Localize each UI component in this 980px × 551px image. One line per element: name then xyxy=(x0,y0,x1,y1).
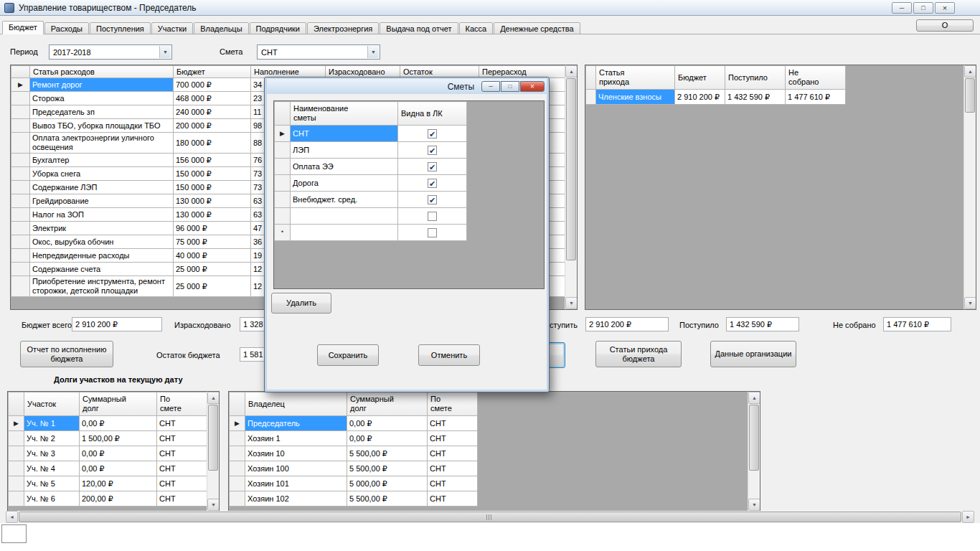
chevron-down-icon[interactable]: ▼ xyxy=(367,46,379,58)
cell-budget[interactable]: 130 000 ₽ xyxy=(174,194,251,208)
scroll-down-button[interactable]: ▼ xyxy=(565,297,578,309)
horizontal-scrollbar[interactable]: ◄ ► xyxy=(6,511,974,523)
col-header-income-item[interactable]: Статья прихода xyxy=(596,66,675,90)
tab[interactable]: Участки xyxy=(151,22,193,34)
cell-smeta[interactable]: СНТ xyxy=(428,416,478,431)
scroll-down-button[interactable]: ▼ xyxy=(964,297,976,309)
cell-smeta-name[interactable] xyxy=(291,225,398,241)
organization-data-button[interactable]: Данные организации xyxy=(710,341,796,367)
cell-smeta-name[interactable]: ЛЭП xyxy=(291,142,398,159)
cell-smeta[interactable]: СНТ xyxy=(157,461,209,476)
cell-smeta[interactable]: СНТ xyxy=(157,476,209,491)
tab[interactable]: Владельцы xyxy=(194,22,248,34)
col-header-visible-in-lk[interactable]: Видна в ЛК xyxy=(398,102,467,126)
smeta-row[interactable]: Внебюджет. сред. ✔ xyxy=(275,192,467,208)
owner-debt-row[interactable]: Хозяин 10 5 500,00 ₽ СНТ xyxy=(230,446,478,461)
col-header-fill[interactable]: Наполнение xyxy=(251,66,326,78)
cell-debt[interactable]: 5 500,00 ₽ xyxy=(347,446,428,461)
income-items-button[interactable]: Статьи прихода бюджета xyxy=(595,341,682,367)
col-header-overspend[interactable]: Перерасход xyxy=(479,66,567,78)
cell-budget[interactable]: 150 000 ₽ xyxy=(174,181,251,194)
row-header[interactable] xyxy=(275,208,291,225)
cell-expense-name[interactable]: Окос, вырубка обочин xyxy=(30,235,174,249)
row-header[interactable] xyxy=(9,461,24,476)
cell-debt[interactable]: 0,00 ₽ xyxy=(80,461,157,476)
visible-checkbox[interactable] xyxy=(428,228,437,237)
grid-corner[interactable] xyxy=(586,66,596,90)
budget-total-field[interactable]: 2 910 200 ₽ xyxy=(72,317,162,331)
row-header[interactable] xyxy=(11,263,30,276)
row-header[interactable] xyxy=(275,142,291,159)
plot-debt-row[interactable]: ▶ Уч. № 1 0,00 ₽ СНТ xyxy=(9,416,209,431)
smeta-row[interactable]: Дорога ✔ xyxy=(275,175,467,192)
cell-smeta[interactable]: СНТ xyxy=(157,446,209,461)
visible-checkbox[interactable]: ✔ xyxy=(428,129,437,138)
tab[interactable]: Денежные средства xyxy=(494,22,580,34)
row-header[interactable] xyxy=(11,249,30,263)
plot-debt-row[interactable]: Уч. № 3 0,00 ₽ СНТ xyxy=(9,446,209,461)
row-header[interactable] xyxy=(11,181,30,194)
save-button[interactable]: Сохранить xyxy=(317,344,379,366)
row-header[interactable] xyxy=(11,154,30,167)
scroll-right-button[interactable]: ► xyxy=(962,511,974,523)
cell-debt[interactable]: 5 000,00 ₽ xyxy=(347,476,428,491)
scroll-down-button[interactable]: ▼ xyxy=(748,499,760,511)
cell-debt[interactable]: 5 500,00 ₽ xyxy=(347,461,428,476)
scroll-thumb[interactable] xyxy=(965,78,975,113)
row-header[interactable] xyxy=(586,90,596,105)
row-header[interactable] xyxy=(11,208,30,222)
tab[interactable]: Поступления xyxy=(90,22,151,34)
row-header[interactable] xyxy=(275,159,291,175)
row-header[interactable] xyxy=(11,276,30,297)
tab[interactable]: Бюджет xyxy=(2,21,44,34)
col-header-budget[interactable]: Бюджет xyxy=(174,66,251,78)
row-header[interactable] xyxy=(11,194,30,208)
col-header-smeta-name[interactable]: Наименование сметы xyxy=(291,102,398,126)
cell-budget[interactable]: 130 000 ₽ xyxy=(174,208,251,222)
cell-owner-name[interactable]: Хозяин 10 xyxy=(245,446,347,461)
row-header[interactable] xyxy=(11,235,30,249)
smeta-select[interactable]: СНТ ▼ xyxy=(257,44,380,60)
grid-corner[interactable] xyxy=(230,392,245,416)
plot-debt-row[interactable]: Уч. № 2 1 500,00 ₽ СНТ xyxy=(9,431,209,446)
scroll-thumb[interactable] xyxy=(208,405,218,471)
cell-budget[interactable]: 25 000 ₽ xyxy=(174,263,251,276)
col-header-by-smeta[interactable]: По смете xyxy=(157,392,209,416)
col-header-expense-item[interactable]: Статья расходов xyxy=(30,66,174,78)
scroll-up-button[interactable]: ▲ xyxy=(964,65,976,77)
row-header[interactable] xyxy=(11,105,30,119)
cell-budget[interactable]: 96 000 ₽ xyxy=(174,222,251,235)
cell-debt[interactable]: 120,00 ₽ xyxy=(80,476,157,491)
cell-expense-name[interactable]: Уборка снега xyxy=(30,167,174,181)
col-header-owner[interactable]: Владелец xyxy=(245,392,347,416)
grid-corner[interactable] xyxy=(275,102,291,126)
cell-expense-name[interactable]: Бухгалтер xyxy=(30,154,174,167)
close-button[interactable]: × xyxy=(935,2,955,14)
row-header[interactable] xyxy=(275,175,291,192)
cell-debt[interactable]: 0,00 ₽ xyxy=(347,431,428,446)
cell-expense-name[interactable]: Оплата электроэнергии уличного освещения xyxy=(30,133,174,154)
cell-expense-name[interactable]: Ремонт дорог xyxy=(30,78,174,92)
scroll-thumb[interactable] xyxy=(566,78,576,260)
grid-corner[interactable] xyxy=(11,66,30,78)
cell-plot-name[interactable]: Уч. № 1 xyxy=(24,416,80,431)
cell-smeta-name[interactable]: Внебюджет. сред. xyxy=(291,192,398,208)
received-field[interactable]: 1 432 590 ₽ xyxy=(726,317,799,331)
col-header-rest[interactable]: Остаток xyxy=(400,66,479,78)
dialog-close-button[interactable]: × xyxy=(520,81,545,92)
cell-smeta-name[interactable]: Оплата ЭЭ xyxy=(291,159,398,175)
cell-plot-name[interactable]: Уч. № 3 xyxy=(24,446,80,461)
cell-smeta[interactable]: СНТ xyxy=(428,431,478,446)
cell-budget[interactable]: 180 000 ₽ xyxy=(174,133,251,154)
smeta-row[interactable]: ▶ СНТ ✔ xyxy=(275,126,467,142)
row-header[interactable] xyxy=(9,431,24,446)
cell-owner-name[interactable]: Хозяин 100 xyxy=(245,461,347,476)
visible-checkbox[interactable]: ✔ xyxy=(428,195,437,204)
row-header[interactable]: * xyxy=(275,225,291,241)
row-header[interactable]: ▶ xyxy=(9,416,24,431)
row-header[interactable] xyxy=(230,431,245,446)
cell-debt[interactable]: 200,00 ₽ xyxy=(80,491,157,507)
owners-scrollbar[interactable]: ▲ ▼ xyxy=(748,392,760,511)
cell-plot-name[interactable]: Уч. № 4 xyxy=(24,461,80,476)
row-header[interactable] xyxy=(11,92,30,105)
